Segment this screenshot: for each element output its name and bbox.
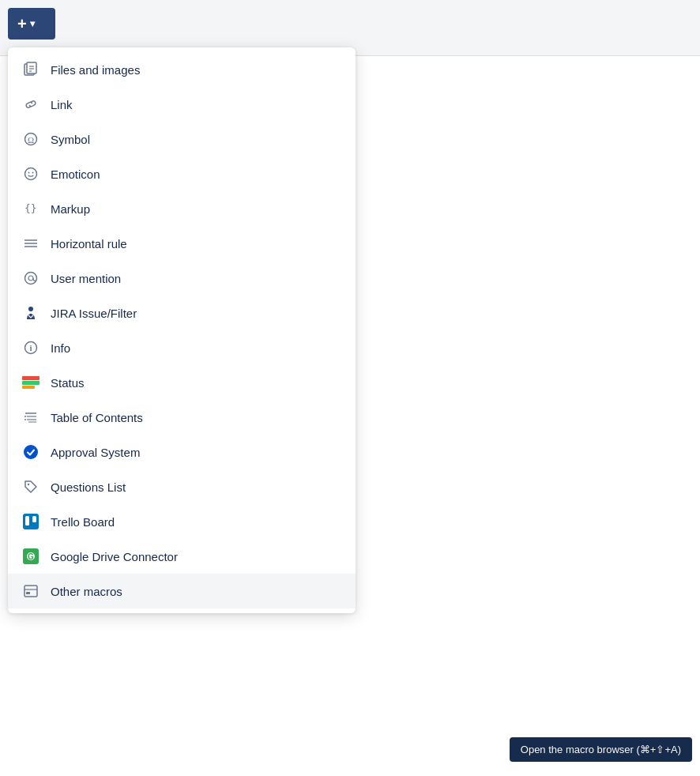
menu-item-questions-list-label: Questions List [51,479,126,495]
menu-item-info-label: Info [51,340,70,356]
svg-rect-1 [27,62,36,73]
tooltip: Open the macro browser (⌘+⇧+A) [510,737,692,762]
menu-item-horizontal-rule[interactable]: Horizontal rule [8,226,356,261]
link-icon [22,96,40,113]
horizontal-rule-icon [22,235,40,252]
menu-item-markup-label: Markup [51,201,90,217]
menu-item-status[interactable]: Status [8,365,356,400]
menu-item-status-label: Status [51,375,85,391]
menu-item-jira-issue-filter[interactable]: JIRA Issue/Filter [8,296,356,330]
dropdown-menu: Files and images Link Ω Symbol [8,47,356,613]
menu-item-files-and-images-label: Files and images [51,62,140,78]
questions-icon [22,478,40,495]
menu-item-other-macros[interactable]: Other macros [8,574,356,608]
svg-point-9 [32,172,34,174]
gdrive-icon: G [22,548,40,565]
svg-text:Ω: Ω [28,135,34,145]
menu-item-markup[interactable]: {} Markup [8,191,356,226]
svg-point-8 [28,172,30,174]
menu-item-google-drive-label: Google Drive Connector [51,548,178,565]
svg-point-28 [24,445,38,459]
svg-point-29 [28,484,29,485]
approval-icon [22,443,40,461]
menu-item-approval-system[interactable]: Approval System [8,435,356,469]
menu-item-link[interactable]: Link [8,87,356,122]
mention-icon [22,269,40,287]
svg-point-26 [24,416,26,417]
trello-icon [22,513,40,530]
menu-item-emoticon-label: Emoticon [51,166,100,183]
files-icon [22,61,40,78]
svg-rect-19 [22,376,40,380]
menu-item-table-of-contents[interactable]: Table of Contents [8,400,356,435]
toc-icon [22,409,40,426]
menu-item-approval-system-label: Approval System [51,444,140,461]
svg-point-15 [28,276,33,281]
add-button[interactable]: + ▾ [8,8,55,40]
macros-icon [22,582,40,600]
svg-text:G: G [28,552,34,561]
svg-point-7 [25,168,37,180]
svg-rect-38 [26,592,30,594]
status-icon [22,374,40,391]
svg-point-14 [25,273,37,284]
chevron-down-icon: ▾ [30,18,35,29]
svg-text:{}: {} [24,202,37,214]
menu-item-google-drive-connector[interactable]: G Google Drive Connector [8,539,356,574]
menu-item-other-macros-label: Other macros [51,583,122,600]
info-icon: i [22,339,40,356]
svg-rect-21 [22,386,35,389]
toolbar: + ▾ [8,8,55,40]
menu-item-files-and-images[interactable]: Files and images [8,52,356,87]
svg-rect-36 [24,586,37,597]
symbol-icon: Ω [22,130,40,148]
plus-icon: + [17,15,27,33]
menu-item-table-of-contents-label: Table of Contents [51,409,143,426]
menu-item-emoticon[interactable]: Emoticon [8,156,356,191]
markup-icon: {} [22,200,40,217]
svg-point-27 [24,419,26,420]
menu-item-trello-board[interactable]: Trello Board [8,504,356,539]
menu-item-jira-label: JIRA Issue/Filter [51,305,137,322]
menu-item-user-mention[interactable]: User mention [8,261,356,296]
menu-item-horizontal-rule-label: Horizontal rule [51,235,127,252]
svg-rect-32 [32,516,36,522]
menu-item-symbol-label: Symbol [51,131,90,148]
emoticon-icon [22,165,40,183]
menu-item-trello-board-label: Trello Board [51,514,115,530]
svg-rect-20 [22,381,40,385]
jira-icon [22,304,40,322]
svg-point-16 [28,307,33,311]
svg-rect-31 [25,516,29,525]
menu-item-link-label: Link [51,96,73,113]
svg-text:i: i [29,343,32,352]
menu-item-info[interactable]: i Info [8,330,356,365]
menu-item-questions-list[interactable]: Questions List [8,469,356,504]
menu-item-user-mention-label: User mention [51,270,121,287]
tooltip-text: Open the macro browser (⌘+⇧+A) [521,744,681,755]
menu-item-symbol[interactable]: Ω Symbol [8,122,356,156]
